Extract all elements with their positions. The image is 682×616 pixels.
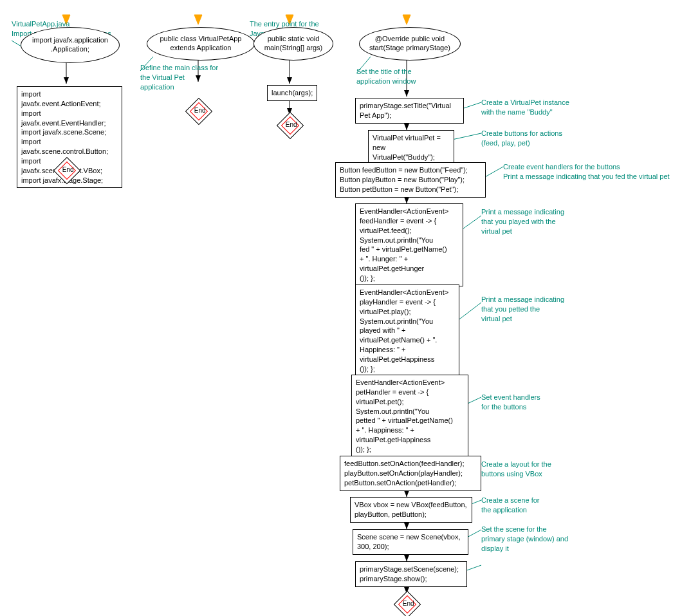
annot-vbox: Create a layout for the buttons using VB… [481, 460, 551, 479]
svg-marker-2 [64, 77, 69, 84]
svg-marker-13 [403, 15, 410, 24]
end-label-flow2: End [191, 107, 209, 114]
ellipse-class-decl: public class VirtualPetApp extends Appli… [147, 27, 255, 61]
svg-line-42 [484, 167, 503, 178]
svg-marker-10 [287, 77, 292, 84]
ellipse-start: @Override public void start(Stage primar… [359, 27, 461, 61]
box-feedhandler: EventHandler<ActionEvent> feedHandler = … [355, 203, 463, 286]
annot-flow2: Define the main class for the Virtual Pe… [140, 63, 218, 92]
annot-scene: Create a scene for the application [481, 496, 540, 515]
annot-handlers: Create event handlers for the buttons Pr… [503, 162, 670, 182]
ellipse-import-app: import javafx.application .Application; [21, 27, 120, 63]
ellipse-main: public static void main(String[] args) [253, 27, 333, 61]
end-flow4: End [394, 591, 421, 616]
end-label-flow3: End [282, 121, 300, 128]
svg-marker-15 [404, 90, 409, 97]
box-vbox: VBox vbox = new VBox(feedButton, playBut… [350, 497, 472, 523]
svg-marker-33 [404, 555, 409, 561]
box-buttons: Button feedButton = new Button("Feed"); … [335, 162, 486, 198]
end-label-flow4: End [400, 600, 418, 607]
annot-settitle: Set the title of the application window [356, 67, 416, 86]
annot-petted: Print a message indicating that you pett… [481, 295, 564, 324]
end-flow3: End [277, 112, 304, 139]
annot-sethandlers: Set event handlers for the buttons [481, 393, 540, 412]
end-flow2: End [185, 98, 212, 125]
box-launch: launch(args); [267, 85, 317, 101]
annot-setscene: Set the scene for the primary stage (win… [481, 525, 568, 554]
box-pethandler: EventHandler<ActionEvent> petHandler = e… [351, 375, 468, 458]
box-setscene: primaryStage.setScene(scene); primarySta… [355, 561, 467, 587]
end-label-flow1: End [59, 166, 77, 173]
box-virtualpet: VirtualPet virtualPet = new VirtualPet("… [368, 130, 454, 165]
annot-buttons: Create buttons for actions (feed, play, … [481, 129, 562, 148]
svg-marker-17 [404, 124, 409, 130]
annot-virtualpet: Create a VirtualPet instance with the na… [481, 98, 569, 117]
box-setonaction: feedButton.setOnAction(feedHandler); pla… [340, 456, 481, 491]
box-playhandler: EventHandler<ActionEvent> playHandler = … [355, 285, 459, 377]
svg-marker-29 [404, 490, 409, 497]
svg-marker-5 [194, 15, 202, 24]
annot-played: Print a message indicating that you play… [481, 207, 564, 236]
box-scene: Scene scene = new Scene(vbox, 300, 200); [353, 529, 468, 555]
svg-marker-21 [404, 197, 409, 203]
svg-marker-31 [404, 523, 409, 529]
box-settitle: primaryStage.setTitle("Virtual Pet App")… [355, 98, 464, 124]
